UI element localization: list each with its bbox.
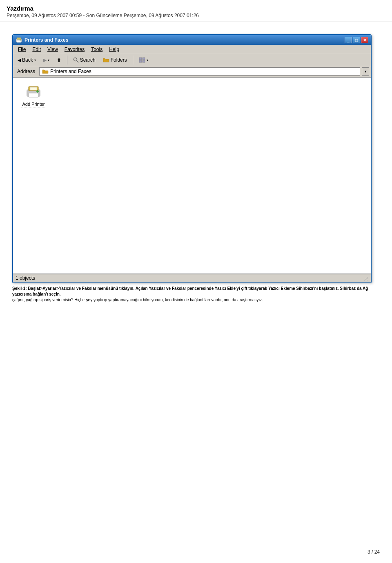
main-content: Printers and Faxes _ □ ✕ File Edit View …	[0, 22, 392, 305]
svg-rect-3	[20, 40, 21, 40]
menu-bar: File Edit View Favorites Tools Help	[13, 45, 371, 54]
svg-rect-2	[17, 40, 21, 42]
add-printer-label: Add Printer	[21, 101, 46, 107]
up-arrow-icon: ⬆	[57, 57, 61, 63]
caption-area: Şekil-1: Başlat>Ayarlar>Yazıcılar ve Fak…	[12, 284, 372, 305]
menu-edit[interactable]: Edit	[29, 46, 44, 53]
status-bar: 1 objects	[13, 274, 371, 282]
svg-rect-1	[17, 38, 21, 40]
title-bar-buttons: _ □ ✕	[345, 37, 368, 43]
search-icon	[73, 57, 79, 63]
page-header: Yazdırma Perşembe, 09 Ağustos 2007 00:59…	[0, 0, 392, 22]
menu-tools[interactable]: Tools	[88, 46, 106, 53]
toolbar: ◀ Back ▾ ▶ ▾ ⬆ Search	[13, 54, 371, 66]
views-dropdown-icon: ▾	[147, 58, 148, 62]
back-button[interactable]: ◀ Back ▾	[15, 56, 39, 64]
explorer-content: Add Printer	[13, 78, 371, 274]
resize-handle[interactable]	[363, 275, 368, 281]
back-dropdown-icon: ▾	[34, 58, 36, 62]
search-label: Search	[80, 57, 96, 63]
menu-view[interactable]: View	[44, 46, 61, 53]
svg-rect-12	[29, 93, 38, 97]
svg-line-5	[76, 61, 78, 63]
forward-dropdown-icon: ▾	[48, 58, 49, 62]
minimize-button[interactable]: _	[345, 37, 352, 43]
svg-point-13	[37, 91, 39, 93]
toolbar-separator-2	[133, 56, 133, 65]
menu-file[interactable]: File	[15, 46, 29, 53]
views-button[interactable]: ▾	[136, 56, 151, 64]
search-button[interactable]: Search	[70, 56, 98, 64]
page-footer: 3 / 24	[368, 549, 380, 555]
explorer-window: Printers and Faxes _ □ ✕ File Edit View …	[12, 34, 372, 283]
menu-favorites[interactable]: Favorites	[61, 46, 88, 53]
window-icon	[16, 37, 22, 43]
toolbar-separator-1	[67, 56, 67, 65]
svg-line-17	[368, 280, 368, 280]
title-bar-left: Printers and Faxes	[16, 37, 68, 43]
address-bar: Address Printers and Faxes ▾	[13, 66, 371, 78]
svg-line-15	[364, 277, 368, 280]
back-arrow-icon: ◀	[18, 58, 21, 63]
status-text: 1 objects	[16, 275, 35, 281]
printer-title-icon	[16, 37, 22, 43]
add-printer-icon	[25, 84, 42, 100]
folders-icon	[103, 57, 109, 63]
up-button[interactable]: ⬆	[54, 56, 64, 65]
address-label: Address	[15, 68, 38, 75]
add-printer-item[interactable]: Add Printer	[17, 82, 50, 110]
svg-point-4	[74, 58, 77, 61]
page-subtitle: Perşembe, 09 Ağustos 2007 00:59 - Son Gü…	[7, 13, 385, 18]
address-dropdown-button[interactable]: ▾	[362, 67, 369, 76]
resize-icon	[363, 275, 368, 281]
svg-rect-9	[143, 60, 145, 62]
address-value: Printers and Faxes	[50, 69, 91, 74]
maximize-button[interactable]: □	[353, 37, 360, 43]
views-icon	[139, 57, 145, 63]
menu-help[interactable]: Help	[106, 46, 122, 53]
forward-arrow-icon: ▶	[43, 58, 47, 63]
folders-button[interactable]: Folders	[100, 56, 130, 64]
title-bar: Printers and Faxes _ □ ✕	[13, 35, 371, 45]
svg-rect-6	[139, 58, 142, 60]
svg-rect-14	[30, 87, 37, 90]
window-title: Printers and Faxes	[24, 37, 68, 43]
close-button[interactable]: ✕	[361, 37, 368, 43]
svg-rect-7	[143, 58, 145, 60]
svg-rect-8	[139, 60, 142, 62]
page-title: Yazdırma	[7, 5, 385, 12]
caption-line1: Şekil-1: Başlat>Ayarlar>Yazıcılar ve Fak…	[12, 286, 372, 297]
caption-line2: çağırır, çağırıp sipariş verir misin? Hi…	[12, 297, 372, 303]
folders-label: Folders	[111, 57, 127, 63]
page-number: 3 / 24	[368, 549, 380, 555]
forward-button[interactable]: ▶ ▾	[40, 56, 52, 64]
back-label: Back	[22, 57, 33, 63]
address-folder-icon	[42, 69, 49, 74]
address-input-container[interactable]: Printers and Faxes	[39, 67, 360, 76]
